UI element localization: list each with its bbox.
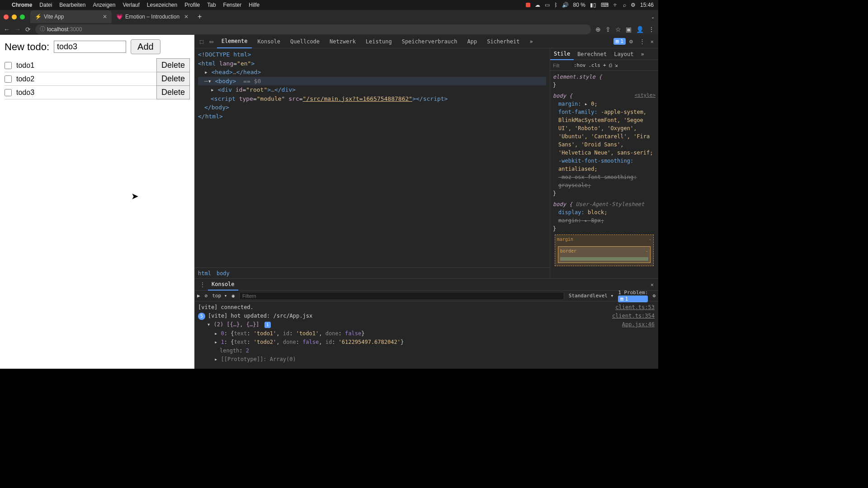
console-src[interactable]: client.ts:354 [612, 312, 655, 320]
close-tab-icon[interactable]: ✕ [184, 14, 189, 20]
settings-icon[interactable]: ⚙ [627, 38, 636, 45]
clock[interactable]: 15:46 [640, 2, 654, 8]
hov-toggle[interactable]: :hov [574, 62, 586, 68]
devtools-tab-sicherheit[interactable]: Sicherheit [482, 35, 524, 48]
search-icon[interactable]: ⌕ [623, 2, 626, 8]
close-tab-icon[interactable]: ✕ [103, 14, 107, 20]
todo-checkbox[interactable] [5, 62, 12, 69]
cloud-icon[interactable]: ☁ [535, 2, 540, 8]
new-tab-button[interactable]: + [193, 13, 206, 21]
info-icon[interactable]: i [264, 322, 271, 328]
menu-verlauf[interactable]: Verlauf [123, 2, 139, 8]
css-rules[interactable]: element.style { } body {<style> margin: … [550, 71, 658, 278]
menu-bearbeiten[interactable]: Bearbeiten [59, 2, 85, 8]
styles-tab-layout[interactable]: Layout [610, 48, 637, 60]
breadcrumb-html[interactable]: html [198, 270, 211, 277]
box-model[interactable]: margin - border - [555, 235, 654, 266]
console-settings-icon[interactable]: ⚙ [652, 293, 656, 299]
control-center-icon[interactable]: ⚙ [631, 2, 636, 8]
inspect-icon[interactable]: ⬚ [197, 38, 206, 45]
styles-tab-stile[interactable]: Stile [550, 48, 574, 60]
console-problems[interactable]: 1 Problem: ▤ 1 [618, 290, 648, 302]
close-devtools-icon[interactable]: ✕ [649, 38, 656, 45]
styles-filter-input[interactable] [553, 63, 571, 68]
display-icon[interactable]: ▭ [545, 2, 550, 8]
minimize-window-icon[interactable] [12, 14, 17, 19]
keyboard-icon[interactable]: ⌨ [601, 2, 609, 8]
add-button[interactable]: Add [131, 39, 160, 54]
profile-icon[interactable]: 👤 [636, 26, 644, 33]
recording-icon[interactable] [526, 3, 530, 7]
volume-icon[interactable]: 🔊 [562, 2, 569, 8]
menu-datei[interactable]: Datei [39, 2, 52, 8]
drawer-kebab-icon[interactable]: ⋮ [197, 282, 208, 288]
console-src[interactable]: client.ts:53 [615, 303, 655, 312]
devtools-tab-more[interactable]: » [525, 35, 537, 48]
address-bar[interactable]: ⓘ localhost:3000 [35, 24, 591, 34]
device-icon[interactable]: ▭ [207, 38, 216, 45]
delete-button[interactable]: Delete [156, 85, 190, 99]
new-todo-input[interactable] [54, 41, 126, 53]
menu-tab[interactable]: Tab [207, 2, 216, 8]
console-output[interactable]: [vite] connected.client.ts:53 5[vite] ho… [194, 301, 658, 369]
issues-badge[interactable]: ▤ 1 [613, 38, 626, 45]
tab-vite-app[interactable]: ⚡Vite App ✕ [30, 10, 112, 23]
todo-checkbox[interactable] [5, 75, 12, 83]
back-button[interactable]: ← [4, 26, 10, 33]
menu-icon[interactable]: ⋮ [648, 26, 655, 33]
styles-tab-berechnet[interactable]: Berechnet [574, 48, 610, 60]
expand-icon[interactable]: ⇲ [615, 62, 618, 68]
forward-button[interactable]: → [14, 26, 21, 33]
close-drawer-icon[interactable]: ✕ [649, 282, 656, 288]
bluetooth-icon[interactable]: ᛒ [554, 2, 557, 8]
battery-percent[interactable]: 80 % [573, 2, 585, 8]
console-src[interactable]: App.jsx:46 [622, 320, 655, 329]
console-play-icon[interactable]: ▶ [197, 293, 200, 299]
menu-fenster[interactable]: Fenster [223, 2, 242, 8]
kebab-icon[interactable]: ⋮ [637, 38, 648, 45]
console-proto[interactable]: [[Prototype]]: Array(0) [221, 356, 296, 362]
devtools-tab-konsole[interactable]: Konsole [253, 35, 285, 48]
console-level[interactable]: Standardlevel ▾ [569, 293, 613, 299]
delete-button[interactable]: Delete [156, 72, 190, 86]
reload-button[interactable]: ⟳ [25, 26, 31, 33]
menu-lesezeichen[interactable]: Lesezeichen [147, 2, 177, 8]
devtools-tab-leistung[interactable]: Leistung [361, 35, 396, 48]
new-rule-icon[interactable]: + [603, 62, 606, 68]
breadcrumb-body[interactable]: body [217, 270, 230, 277]
cls-toggle[interactable]: .cls [589, 62, 601, 68]
devtools-tab-netzwerk[interactable]: Netzwerk [325, 35, 360, 48]
maximize-window-icon[interactable] [20, 14, 25, 19]
dom-tree[interactable]: <!DOCTYPE html> <html lang="en"> ▸ <head… [194, 48, 550, 267]
wifi-icon[interactable]: ᯤ [613, 2, 618, 8]
todo-checkbox[interactable] [5, 89, 12, 96]
tab-emotion[interactable]: 💗Emotion – Introduction ✕ [112, 10, 193, 23]
print-icon[interactable]: ⎙ [609, 62, 612, 68]
console-tab[interactable]: Konsole [208, 279, 238, 291]
menu-anzeigen[interactable]: Anzeigen [93, 2, 115, 8]
menubar-app[interactable]: Chrome [12, 2, 32, 8]
console-context[interactable]: top ▾ [212, 293, 227, 299]
close-window-icon[interactable] [4, 14, 9, 19]
window-controls[interactable] [4, 14, 25, 19]
console-eye-icon[interactable]: ◉ [231, 293, 235, 299]
battery-icon[interactable]: ▮▯ [590, 2, 596, 8]
styles-tab-more[interactable]: » [637, 48, 648, 60]
devtools-tab-app[interactable]: App [462, 35, 481, 48]
console-filter-input[interactable] [239, 292, 564, 300]
zoom-icon[interactable]: ⊕ [595, 26, 601, 33]
site-info-icon[interactable]: ⓘ [40, 25, 45, 33]
console-array-head[interactable]: (2) [{…}, {…}] [213, 321, 259, 328]
share-icon[interactable]: ⇪ [605, 26, 611, 33]
dom-breadcrumb[interactable]: html body [194, 267, 550, 278]
devtools-tab-speicher[interactable]: Speicherverbrauch [397, 35, 462, 48]
tab-dropdown-icon[interactable]: ⌄ [651, 14, 655, 19]
star-icon[interactable]: ☆ [615, 26, 621, 33]
panel-icon[interactable]: ▣ [626, 26, 632, 33]
console-clear-icon[interactable]: ⊘ [205, 293, 208, 299]
menu-profile[interactable]: Profile [184, 2, 200, 8]
devtools-tab-quellcode[interactable]: Quellcode [286, 35, 324, 48]
devtools-tab-elemente[interactable]: Elemente [217, 35, 252, 48]
menu-hilfe[interactable]: Hilfe [249, 2, 259, 8]
delete-button[interactable]: Delete [156, 58, 190, 72]
